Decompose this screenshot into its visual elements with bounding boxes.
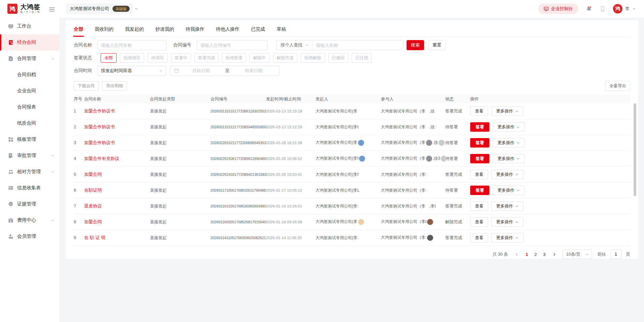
reset-button[interactable]: 重置	[428, 40, 446, 50]
status-chip-全部[interactable]: 全部	[101, 53, 117, 63]
more-actions-button[interactable]: 更多操作	[493, 138, 525, 148]
more-actions-button[interactable]: 更多操作	[491, 217, 523, 227]
page-1-button[interactable]: 1	[522, 250, 531, 259]
sidebar-item-counterparty-management[interactable]: 相对方管理	[0, 164, 59, 180]
company-caret-icon[interactable]	[134, 7, 138, 11]
sidebar-item-contract-management[interactable]: 合同管理	[0, 51, 59, 67]
sidebar-item-evidence-management[interactable]: 证据管理	[0, 196, 59, 212]
chevron-down-icon	[516, 125, 520, 129]
view-button[interactable]: 查看	[470, 170, 488, 179]
sidebar-item-workbench[interactable]: 工作台	[0, 18, 59, 34]
tab-抄送我的[interactable]: 抄送我的	[155, 26, 174, 37]
sidebar-item-enterprise-contracts[interactable]: 企业合同	[0, 83, 59, 99]
prev-page-icon[interactable]	[514, 252, 520, 257]
status-chip-签署中[interactable]: 签署中	[171, 53, 191, 63]
enterprise-console-button[interactable]: 企业控制台	[538, 4, 578, 14]
status-chip-拒绝签署[interactable]: 拒绝签署	[222, 53, 246, 63]
user-menu[interactable]: 鸿 李	[613, 4, 636, 13]
column-header: 操作	[470, 96, 630, 102]
export-all-button[interactable]: 全量导出	[605, 81, 630, 91]
contract-name-link[interactable]: 在 职 证 明	[84, 235, 150, 241]
export-details-button[interactable]: 导出明细	[102, 81, 127, 91]
sidebar-item-paper-contracts[interactable]: 纸质合同	[0, 115, 59, 131]
sidebar-item-approval-management[interactable]: 审批管理	[0, 148, 59, 164]
view-button[interactable]: 查看	[470, 233, 488, 243]
status-chip-已撤回[interactable]: 已撤回	[328, 53, 349, 63]
contract-tabs: 全部我收到的我发起的抄送我的待我操作待他人操作已完成草稿	[74, 20, 630, 37]
download-contracts-button[interactable]: 下载合同	[74, 81, 99, 91]
start-time: 2026-01-16 10:26:01	[266, 204, 316, 208]
contract-number-input[interactable]	[197, 40, 267, 50]
more-actions-button[interactable]: 更多操作	[493, 186, 525, 195]
sidebar-item-fee-center[interactable]: 费用中心	[0, 212, 59, 228]
notifications-bell-icon[interactable]	[586, 6, 592, 12]
contracts-table: 序号合同名称合同发起类型合同编号发起时间/截止时间发起人参与人状态操作 1加盟合…	[74, 95, 630, 246]
company-selector[interactable]: 大鸿签测试专用公司 高级版	[66, 3, 133, 14]
page-2-button[interactable]: 2	[531, 250, 540, 259]
sign-button[interactable]: 签署	[470, 154, 489, 163]
tab-草稿[interactable]: 草稿	[277, 26, 286, 37]
sign-button[interactable]: 签署	[470, 186, 489, 195]
sidebar-item-contract-reports[interactable]: 合同报表	[0, 99, 59, 115]
contract-name-link[interactable]: 加盟合作协议书	[84, 140, 150, 146]
sidebar-nav: 工作台经办合同合同管理合同归档企业合同合同报表纸质合同模板管理审批管理相对方管理…	[0, 18, 59, 245]
more-actions-button[interactable]: 更多操作	[493, 154, 525, 163]
sign-button[interactable]: 签署	[470, 138, 489, 148]
status-chip-解除中[interactable]: 解除中	[250, 53, 270, 63]
status-chip-拒绝填写[interactable]: 拒绝填写	[120, 53, 144, 63]
row-actions: 签署更多操作	[470, 186, 630, 195]
contract-name-link[interactable]: 在职证明	[84, 187, 150, 193]
contract-name-input[interactable]	[97, 40, 166, 50]
sign-button[interactable]: 签署	[470, 122, 489, 132]
date-range-picker[interactable]: 开始日期 至 结束日期	[170, 66, 280, 76]
tab-全部[interactable]: 全部	[74, 26, 83, 37]
more-actions-button[interactable]: 更多操作	[491, 233, 523, 243]
contract-name-link[interactable]: 加盟合同	[84, 219, 150, 225]
more-actions-button[interactable]: 更多操作	[491, 201, 523, 211]
page-3-button[interactable]: 3	[540, 250, 549, 259]
status-chip-待填写[interactable]: 待填写	[148, 53, 168, 63]
sidebar-item-info-collection[interactable]: 信息收集表	[0, 180, 59, 196]
evidence-management-icon	[8, 201, 13, 207]
status-text: 签署完成	[445, 108, 470, 114]
view-button[interactable]: 查看	[470, 201, 488, 211]
table-scrollbar[interactable]	[634, 103, 636, 196]
contract-name-link[interactable]: 加盟合同	[84, 171, 150, 178]
person-name-input[interactable]	[313, 40, 403, 50]
initiator-cell: 大鸿签测试专用公司(李L	[316, 188, 381, 193]
tab-已完成[interactable]: 已完成	[251, 26, 265, 37]
sidebar-item-handled-contracts[interactable]: 经办合同	[0, 34, 59, 51]
table-row: 1加盟合作协议书直接发起2026031315151773386118302553…	[74, 103, 630, 119]
table-row: 3加盟合作协议书直接发起2026022816211772266898349353…	[74, 135, 630, 151]
total-count: 共 30 条	[492, 252, 508, 257]
status-chip-拒绝解除[interactable]: 拒绝解除	[301, 53, 325, 63]
tab-待他人操作[interactable]: 待他人操作	[216, 26, 239, 37]
more-actions-button[interactable]: 更多操作	[491, 106, 523, 116]
goto-page-input[interactable]	[611, 250, 621, 259]
tab-待我操作[interactable]: 待我操作	[186, 26, 204, 37]
more-actions-button[interactable]: 更多操作	[491, 170, 523, 179]
time-filter-select[interactable]: 按发起时间筛选	[97, 66, 166, 76]
view-button[interactable]: 查看	[470, 217, 488, 227]
view-button[interactable]: 查看	[470, 106, 488, 116]
person-search-select[interactable]: 按个人查找	[277, 40, 313, 50]
sidebar-item-contract-archive[interactable]: 合同归档	[0, 67, 59, 83]
collapse-menu-icon[interactable]	[49, 6, 55, 12]
contract-name-link[interactable]: 加盟合作协议书	[84, 124, 150, 130]
sidebar-item-template-management[interactable]: 模板管理	[0, 131, 59, 148]
tab-我收到的[interactable]: 我收到的	[95, 26, 114, 37]
search-button[interactable]: 搜索	[407, 40, 424, 50]
contract-name-link[interactable]: 加盟合作补充协议	[84, 156, 150, 162]
status-chip-解除完成[interactable]: 解除完成	[273, 53, 297, 63]
more-actions-button[interactable]: 更多操作	[493, 122, 525, 132]
sidebar-item-member-management[interactable]: 会员管理	[0, 228, 59, 245]
status-chip-签署完成[interactable]: 签署完成	[194, 53, 219, 63]
status-chip-已过期[interactable]: 已过期	[352, 53, 372, 63]
tab-我发起的[interactable]: 我发起的	[125, 26, 144, 37]
contract-name-link[interactable]: 加盟合作协议书	[84, 108, 150, 114]
next-page-icon[interactable]	[551, 252, 557, 257]
participant-name: 大鸿签测试专用公司（李:	[381, 172, 426, 177]
page-size-select[interactable]: 10条/页	[562, 250, 592, 259]
mobile-phone-icon[interactable]	[600, 6, 606, 12]
contract-name-link[interactable]: 退差协议	[84, 203, 150, 209]
